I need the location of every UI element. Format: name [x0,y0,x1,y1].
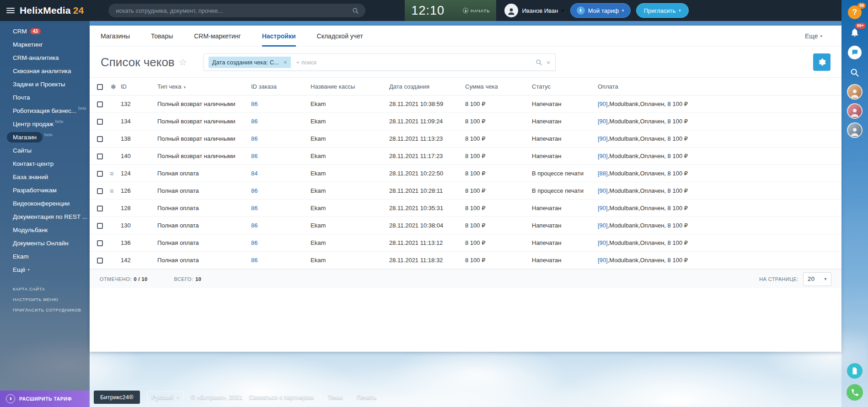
payment-link[interactable]: [90] [598,100,608,107]
tab[interactable]: CRM-маркетинг [194,26,241,47]
user-menu[interactable]: Иванов Иван ▾ [504,4,563,17]
row-checkbox[interactable] [97,206,103,211]
global-search-input[interactable] [115,7,352,15]
sidebar-item[interactable]: Роботизация бизнес...beta [0,104,90,117]
payment-link[interactable]: [90] [598,118,608,125]
table-row[interactable]: 128Полная оплата86Ekam28.11.2021 10:35:3… [90,200,841,217]
tabs-more-button[interactable]: Еще ▾ [805,32,830,40]
table-row[interactable]: 138Полный возврат наличными86Ekam28.11.2… [90,130,841,148]
sidebar-item[interactable]: Документация по REST ... [0,210,90,223]
table-row[interactable]: 132Полный возврат наличными86Ekam28.11.2… [90,95,841,113]
document-button[interactable] [847,363,863,379]
sidebar-item[interactable]: Сайты [0,144,90,157]
tab[interactable]: Складской учет [317,26,363,47]
order-link[interactable]: 86 [251,153,257,159]
clear-filter-icon[interactable]: × [547,58,551,66]
payment-link[interactable]: [90] [598,205,608,211]
sidebar-item[interactable]: Ещё▾ [0,263,90,276]
col-cashbox[interactable]: Название кассы [308,78,386,95]
col-id[interactable]: ID [118,78,155,95]
col-created[interactable]: Дата создания [386,78,462,95]
table-row[interactable]: 142Полная оплата86Ekam28.11.2021 11:18:3… [90,252,841,269]
col-sum[interactable]: Сумма чека [462,78,529,95]
sidebar-item[interactable]: Видеоконференции [0,197,90,210]
sidebar-item[interactable]: Задачи и Проекты [0,78,90,91]
order-link[interactable]: 86 [251,118,257,125]
col-type[interactable]: Тип чека▾ [155,78,248,95]
payment-link[interactable]: [90] [598,257,608,264]
sidebar-item[interactable]: Ekam [0,250,90,263]
col-order[interactable]: ID заказа [248,78,308,95]
row-checkbox[interactable] [97,119,103,125]
sidebar-item[interactable]: Документы Онлайн [0,237,90,250]
sidebar-item[interactable]: Контакт-центр [0,157,90,170]
order-link[interactable]: 86 [251,100,257,107]
row-checkbox[interactable] [97,153,103,159]
contact-avatar[interactable] [847,122,863,138]
sidebar-item[interactable]: База знаний [0,170,90,184]
rail-search-button[interactable] [847,65,863,80]
payment-link[interactable]: [90] [598,239,608,246]
contact-avatar[interactable] [847,103,863,119]
payment-link[interactable]: [90] [598,153,608,159]
table-row[interactable]: 140Полный возврат наличными86Ekam28.11.2… [90,148,841,165]
chat-button[interactable] [847,45,863,60]
worktime-panel[interactable]: 12:10 НАЧАТЬ [405,0,496,21]
row-checkbox[interactable] [97,223,103,229]
sidebar-footer-link[interactable]: ПРИГЛАСИТЬ СОТРУДНИКОВ [0,305,90,315]
row-checkbox[interactable] [97,136,103,142]
tab[interactable]: Настройки [262,26,296,47]
order-link[interactable]: 86 [251,222,257,229]
tab[interactable]: Товары [151,26,173,47]
order-link[interactable]: 86 [251,239,257,246]
order-link[interactable]: 86 [251,257,257,264]
close-icon[interactable]: × [284,59,287,66]
worktime-start-button[interactable]: НАЧАТЬ [463,8,490,13]
order-link[interactable]: 86 [251,205,257,211]
themes-link[interactable]: Темы [328,394,343,401]
order-link[interactable]: 84 [251,170,257,177]
print-link[interactable]: Печать [357,394,377,401]
col-status[interactable]: Статус [529,78,595,95]
phone-button[interactable] [847,384,863,401]
payment-link[interactable]: [90] [598,187,608,194]
row-checkbox[interactable] [97,171,103,177]
order-link[interactable]: 86 [251,135,257,142]
sidebar-item[interactable]: Почта [0,91,90,104]
row-checkbox[interactable] [97,101,103,107]
sidebar-item[interactable]: Сквозная аналитика [0,64,90,78]
filter-chip[interactable]: Дата создания чека: С... × [209,57,291,68]
payment-link[interactable]: [90] [598,135,608,142]
grid-config-gear-icon[interactable] [110,84,116,90]
global-search[interactable] [108,4,365,17]
payment-link[interactable]: [88] [598,170,608,177]
row-menu-icon[interactable]: ≡ [110,187,114,195]
row-checkbox[interactable] [97,240,103,246]
order-link[interactable]: 86 [251,187,257,194]
select-all-checkbox[interactable] [97,84,103,90]
expand-tariff-button[interactable]: РАСШИРИТЬ ТАРИФ [0,391,90,407]
sidebar-item[interactable]: CRM-аналитика [0,51,90,64]
payment-link[interactable]: [90] [598,222,608,229]
invite-button[interactable]: Пригласить ▾ [636,3,689,18]
col-payment[interactable]: Оплата [595,78,841,95]
sidebar-item[interactable]: Маркетинг [0,38,90,51]
bitrix-brand-button[interactable]: Битрикс24® [94,391,140,404]
sidebar-item[interactable]: Магазинbeta [0,131,90,144]
table-row[interactable]: 134Полный возврат наличными86Ekam28.11.2… [90,113,841,130]
tariff-button[interactable]: Мой тариф ▾ [570,3,631,18]
row-checkbox[interactable] [97,258,103,264]
table-row[interactable]: 130Полная оплата86Ekam28.11.2021 10:38:0… [90,217,841,234]
filter-search-input[interactable] [295,58,532,66]
contact-avatar[interactable] [847,84,863,100]
language-select[interactable]: Русский ▾ [147,391,184,403]
menu-burger-icon[interactable] [6,8,15,13]
sidebar-item[interactable]: Разработчикам [0,184,90,197]
sidebar-item[interactable]: Центр продажbeta [0,117,90,131]
partner-link[interactable]: Связаться с партнером [249,394,314,401]
row-checkbox[interactable] [97,188,103,194]
favorite-star-icon[interactable]: ☆ [179,57,187,68]
grid-settings-button[interactable] [813,53,830,71]
page-size-select[interactable]: 20 ▾ [803,272,831,286]
help-button[interactable]: ? 39 [847,5,863,20]
